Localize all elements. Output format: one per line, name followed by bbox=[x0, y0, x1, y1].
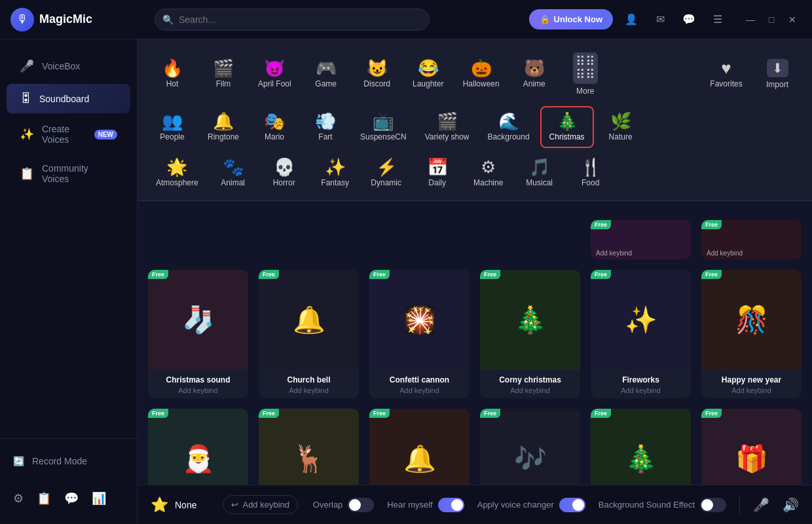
sound-card-christmas-sound[interactable]: Free 🧦 Christmas sound Add keybind bbox=[148, 270, 248, 398]
sidebar-item-community[interactable]: 📋 Community Voices bbox=[7, 155, 130, 192]
laughter-icon: 😂 bbox=[418, 60, 439, 77]
bottom-divider bbox=[739, 495, 740, 515]
soundboard-icon: 🎛 bbox=[20, 92, 31, 105]
category-mario[interactable]: 🎭 Mario bbox=[250, 107, 299, 147]
toggle-knob bbox=[451, 499, 463, 511]
sidebar-bottom-icons: ⚙ 📋 💬 📊 bbox=[0, 483, 137, 514]
sound-name: Confetti cannon bbox=[375, 375, 464, 384]
sound-card-fireworks[interactable]: Free ✨ Fireworks Add keybind bbox=[591, 270, 691, 398]
history-icon[interactable]: 📋 bbox=[37, 491, 51, 506]
bg-sound-toggle[interactable] bbox=[700, 498, 726, 512]
search-input[interactable] bbox=[155, 9, 430, 31]
free-badge: Free bbox=[701, 220, 722, 229]
game-icon: 🎮 bbox=[316, 60, 337, 77]
toggle-knob bbox=[349, 499, 361, 511]
category-background[interactable]: 🌊 Background bbox=[480, 107, 538, 147]
category-import[interactable]: ⬇ Import bbox=[753, 54, 802, 94]
category-machine[interactable]: ⚙ Machine bbox=[464, 153, 513, 193]
apply-voice-toggle[interactable] bbox=[559, 498, 585, 512]
category-laughter[interactable]: 😂 Laughter bbox=[404, 54, 452, 94]
partial-row: Free Add keybind Free Add keybind bbox=[148, 220, 802, 259]
hot-icon: 🔥 bbox=[162, 60, 183, 77]
discord-icon[interactable]: 💬 bbox=[678, 9, 699, 30]
feedback-icon[interactable]: 📊 bbox=[92, 491, 106, 506]
category-halloween[interactable]: 🎃 Halloween bbox=[455, 54, 507, 94]
sidebar-item-create-voices[interactable]: ✨ Create Voices NEW bbox=[7, 116, 130, 153]
daily-icon: 📅 bbox=[427, 159, 448, 176]
maximize-button[interactable]: □ bbox=[762, 10, 781, 29]
community-icon: 📋 bbox=[20, 166, 34, 181]
category-game[interactable]: 🎮 Game bbox=[302, 54, 350, 94]
microphone-bottom-icon[interactable]: 🎤 bbox=[753, 497, 769, 513]
sound-keybind[interactable]: Add keybind bbox=[153, 386, 243, 394]
category-ringtone[interactable]: 🔔 Ringtone bbox=[199, 107, 248, 147]
user-icon[interactable]: 👤 bbox=[621, 9, 642, 30]
sidebar-item-voicebox[interactable]: 🎤 VoiceBox bbox=[7, 51, 130, 81]
halloween-icon: 🎃 bbox=[471, 60, 492, 77]
unlock-button[interactable]: 🔒 Unlock Now bbox=[529, 9, 613, 29]
hear-myself-toggle[interactable] bbox=[438, 498, 464, 512]
christmas-icon: 🎄 bbox=[557, 113, 578, 130]
category-dynamic[interactable]: ⚡ Dynamic bbox=[362, 153, 411, 193]
category-fantasy[interactable]: ✨ Fantasy bbox=[311, 153, 360, 193]
record-mode-icon: 🔄 bbox=[13, 456, 24, 466]
sound-card-happy-new-year[interactable]: Free 🎊 Happy new year Add keybind bbox=[701, 270, 802, 398]
settings-icon[interactable]: ⚙ bbox=[13, 491, 24, 506]
apply-voice-toggle-group: Apply voice changer bbox=[477, 498, 585, 512]
free-badge: Free bbox=[701, 270, 722, 279]
sound-card-confetti[interactable]: Free 🎇 Confetti cannon Add keybind bbox=[369, 270, 470, 398]
mail-icon[interactable]: ✉ bbox=[650, 9, 671, 30]
category-row-1: 🔥 Hot 🎬 Film 😈 April Fool 🎮 Game 😺 bbox=[148, 45, 802, 103]
category-more[interactable]: ⠿⠿⠿⠿ More bbox=[561, 47, 610, 101]
toggle-knob bbox=[572, 499, 584, 511]
category-favorites[interactable]: ♥ Favorites bbox=[702, 54, 750, 94]
category-variety-show[interactable]: 🎬 Variety show bbox=[417, 107, 477, 147]
category-people[interactable]: 👥 People bbox=[148, 107, 196, 147]
fantasy-icon: ✨ bbox=[325, 159, 346, 176]
minimize-button[interactable]: — bbox=[741, 10, 760, 29]
sound-keybind[interactable]: Add keybind bbox=[707, 386, 796, 394]
empty-card-1 bbox=[148, 220, 248, 259]
category-daily[interactable]: 📅 Daily bbox=[413, 153, 462, 193]
apply-voice-label: Apply voice changer bbox=[477, 500, 554, 510]
category-row-3: 🌟 Atmosphere 🐾 Animal 💀 Horror ✨ Fantasy… bbox=[148, 151, 802, 195]
close-button[interactable]: ✕ bbox=[783, 10, 802, 29]
volume-icon[interactable]: 🔊 bbox=[783, 497, 799, 513]
search-bar: 🔍 bbox=[155, 9, 430, 31]
category-musical[interactable]: 🎵 Musical bbox=[515, 153, 564, 193]
horror-icon: 💀 bbox=[274, 159, 295, 176]
category-nature[interactable]: 🌿 Nature bbox=[597, 107, 645, 147]
sound-card-christmas-song-2[interactable]: Free Add keybind bbox=[701, 220, 802, 259]
sound-keybind[interactable]: Add keybind bbox=[485, 386, 575, 394]
record-mode-item[interactable]: 🔄 Record Mode bbox=[13, 449, 124, 473]
bg-sound-toggle-group: Background Sound Effect bbox=[599, 498, 726, 512]
overlap-toggle[interactable] bbox=[348, 498, 374, 512]
category-animal[interactable]: 🐾 Animal bbox=[209, 153, 257, 193]
sound-keybind[interactable]: Add keybind bbox=[596, 386, 686, 394]
sound-card-christmas-song-1[interactable]: Free Add keybind bbox=[591, 220, 691, 259]
sound-card-church-bell[interactable]: Free 🔔 Church bell Add keybind bbox=[259, 270, 359, 398]
category-atmosphere[interactable]: 🌟 Atmosphere bbox=[148, 153, 206, 193]
add-keybind-button[interactable]: ↩ Add keybind bbox=[223, 495, 298, 514]
category-christmas[interactable]: 🎄 Christmas bbox=[540, 106, 594, 148]
category-hot[interactable]: 🔥 Hot bbox=[148, 54, 196, 94]
bottom-bar: ⭐ None ↩ Add keybind Overlap Hear myself bbox=[138, 485, 812, 524]
menu-icon[interactable]: ☰ bbox=[707, 9, 728, 30]
category-horror[interactable]: 💀 Horror bbox=[260, 153, 308, 193]
sound-keybind[interactable]: Add keybind bbox=[264, 386, 354, 394]
category-food[interactable]: 🍴 Food bbox=[566, 153, 615, 193]
category-fart[interactable]: 💨 Fart bbox=[301, 107, 350, 147]
sidebar-item-soundboard[interactable]: 🎛 Soundboard bbox=[7, 84, 130, 113]
bg-sound-label: Background Sound Effect bbox=[599, 500, 695, 510]
category-discord[interactable]: 😺 Discord bbox=[353, 54, 401, 94]
sound-card-corny-christmas[interactable]: Free 🎄 Corny christmas Add keybind bbox=[480, 270, 580, 398]
category-anime[interactable]: 🐻 Anime bbox=[510, 54, 559, 94]
chat-icon[interactable]: 💬 bbox=[64, 491, 79, 506]
category-april-fool[interactable]: 😈 April Fool bbox=[250, 54, 299, 94]
lock-icon: 🔒 bbox=[540, 14, 550, 24]
sound-keybind[interactable]: Add keybind bbox=[375, 386, 464, 394]
category-film[interactable]: 🎬 Film bbox=[199, 54, 248, 94]
sound-name: Happy new year bbox=[707, 375, 796, 384]
category-suspensecn[interactable]: 📺 SuspenseCN bbox=[352, 107, 415, 147]
titlebar-right: 🔒 Unlock Now 👤 ✉ 💬 ☰ — □ ✕ bbox=[529, 9, 802, 30]
